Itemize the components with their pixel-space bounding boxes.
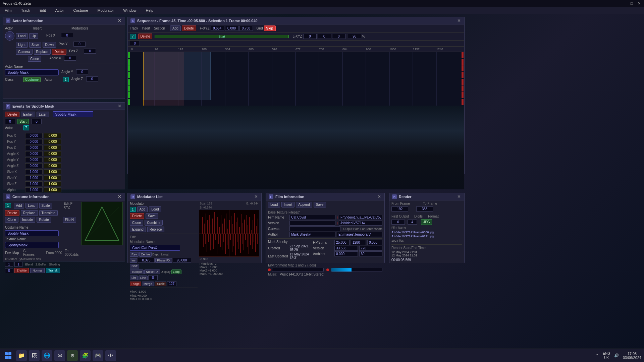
modulator-name-input[interactable]: [130, 245, 180, 251]
seq-delete2-button[interactable]: Delete: [138, 34, 153, 39]
mod-loop-button[interactable]: Loop: [171, 269, 181, 274]
mod-replace-button[interactable]: Replace: [147, 227, 164, 232]
menu-window[interactable]: Window: [121, 8, 138, 13]
menu-modulator[interactable]: Modulator: [96, 8, 116, 13]
actor-name-input[interactable]: [5, 69, 59, 75]
pos-y-input[interactable]: [73, 42, 86, 47]
costume-include-button[interactable]: Include: [20, 217, 35, 223]
event-sizex-val2[interactable]: [44, 169, 61, 174]
taskbar-game-icon[interactable]: 🎮: [93, 350, 103, 361]
mod-centre-button[interactable]: Centre: [139, 252, 152, 257]
to-frame-input[interactable]: [416, 206, 433, 212]
actor-down-button[interactable]: Down: [43, 42, 56, 48]
event-posz-val2[interactable]: [44, 145, 61, 150]
seq-add-button[interactable]: Add: [170, 25, 181, 31]
menu-actor[interactable]: Actor: [53, 8, 66, 13]
film-load-button[interactable]: Load: [268, 202, 280, 207]
events-earlier-button[interactable]: Earlier: [21, 112, 35, 117]
zwrite-button[interactable]: Z-Write: [14, 268, 29, 273]
mod-combine-button[interactable]: Combine: [145, 220, 163, 226]
transf-button[interactable]: Transf.: [46, 268, 60, 273]
output-path-input[interactable]: [339, 221, 382, 226]
menu-track[interactable]: Track: [19, 8, 32, 13]
sequencer-panel-close[interactable]: ✕: [457, 18, 462, 23]
digits-input[interactable]: [408, 220, 417, 225]
version-num-input[interactable]: [334, 246, 358, 251]
minimize-button[interactable]: —: [622, 1, 627, 6]
actor-up-button[interactable]: Up: [29, 33, 38, 39]
taskbar-chrome-icon[interactable]: ⚙: [67, 350, 78, 361]
event-posx-val1[interactable]: [25, 133, 43, 138]
fps-input[interactable]: [334, 240, 350, 245]
start-button[interactable]: [3, 350, 13, 361]
event-sizex-val1[interactable]: [25, 169, 43, 174]
taskbar-arrow-up[interactable]: ⌃: [596, 353, 599, 358]
taskbar-mail-icon[interactable]: ✉: [54, 350, 65, 361]
t-frames-input1[interactable]: [5, 262, 13, 267]
pos-z-input[interactable]: [84, 49, 96, 54]
mod-merge-button[interactable]: Merge: [142, 282, 154, 286]
menu-costume[interactable]: Costume: [71, 8, 90, 13]
mod-rev-button[interactable]: Rev: [130, 252, 139, 257]
costume-replace-button[interactable]: Replace: [21, 210, 38, 216]
mod-purge-button[interactable]: Purge: [130, 282, 141, 286]
actor-replace-button[interactable]: Replace: [34, 49, 51, 55]
costume-name-input[interactable]: [5, 230, 59, 236]
mod-shift-button[interactable]: Shift: [130, 264, 139, 268]
mod-scale-val[interactable]: [167, 281, 176, 286]
mod-phasefx-button[interactable]: Phase FX: [155, 258, 172, 263]
percent-input[interactable]: [348, 34, 361, 39]
events-delete-button[interactable]: Delete: [5, 112, 19, 117]
mod-phase-input[interactable]: [173, 258, 191, 263]
menu-help[interactable]: Help: [144, 8, 156, 13]
mod-add-button[interactable]: Add: [137, 206, 148, 212]
lxyz-z-input[interactable]: [332, 34, 345, 39]
costume-add-button[interactable]: Add: [14, 203, 24, 208]
event-start-input[interactable]: [5, 119, 15, 124]
film-insert-button[interactable]: Insert: [281, 202, 294, 207]
opacity-input[interactable]: [5, 268, 13, 273]
maximize-button[interactable]: □: [629, 1, 634, 6]
seq-delete-button[interactable]: Delete: [182, 25, 196, 31]
event-anglez-val1[interactable]: [25, 163, 43, 168]
t-frames-input2[interactable]: [14, 262, 22, 267]
event-posz-val1[interactable]: [25, 145, 43, 150]
angle-y-input[interactable]: [76, 69, 88, 74]
fxyz-z-input[interactable]: [239, 26, 253, 31]
taskbar-eye-icon[interactable]: 👁: [105, 350, 116, 361]
fxyz-x-input[interactable]: [211, 26, 224, 31]
film-panel-close[interactable]: ✕: [377, 194, 382, 199]
costume-panel-close[interactable]: ✕: [117, 194, 122, 199]
mod-delete-button[interactable]: Delete: [130, 213, 144, 219]
event-posy-val1[interactable]: [25, 139, 43, 144]
mod-load-button[interactable]: Load: [149, 206, 161, 212]
texture-name-input[interactable]: [5, 242, 59, 248]
actor-light-button[interactable]: Light: [16, 42, 28, 48]
actor-delete-button[interactable]: Delete: [52, 49, 66, 55]
taskbar-puzzle-icon[interactable]: 🧩: [80, 350, 91, 361]
width-input[interactable]: [351, 240, 366, 245]
mod-line-button[interactable]: Line: [139, 276, 148, 280]
event-angley-val1[interactable]: [25, 157, 43, 162]
film-version-input[interactable]: [289, 221, 335, 226]
events-panel-close[interactable]: ✕: [117, 104, 122, 108]
mod-clone-button[interactable]: Clone: [130, 220, 143, 226]
fxyz-y-input[interactable]: [225, 26, 238, 31]
film-author-input[interactable]: [289, 232, 335, 237]
pos-x-input[interactable]: [61, 33, 73, 38]
events-later-button[interactable]: Later: [37, 112, 49, 117]
costume-translate-button[interactable]: Translate: [39, 210, 58, 216]
event-anglex-val1[interactable]: [25, 151, 43, 156]
mod-display-input[interactable]: [138, 258, 155, 263]
base-filepath-input[interactable]: [339, 215, 382, 220]
event-sizez-val1[interactable]: [25, 181, 43, 186]
first-output-input[interactable]: [391, 220, 405, 225]
skip-button[interactable]: Skip: [264, 25, 276, 31]
event-sizez-val2[interactable]: [44, 181, 61, 186]
mod-scale-button[interactable]: -Scale: [155, 282, 167, 286]
taskbar-volume-icon[interactable]: 🔊: [614, 353, 619, 358]
mod-tscope-button[interactable]: TScope: [130, 269, 144, 274]
taskbar-files-icon[interactable]: 📁: [16, 350, 27, 361]
costume-scale-button[interactable]: Scale: [39, 203, 52, 208]
angle-z-input[interactable]: [86, 76, 98, 81]
